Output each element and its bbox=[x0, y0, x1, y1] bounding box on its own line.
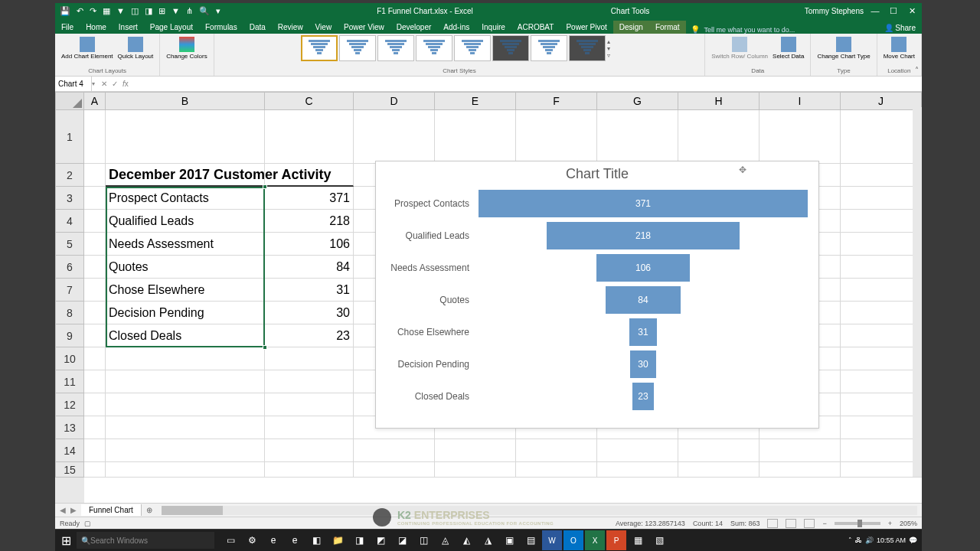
app-icon[interactable]: ◨ bbox=[349, 530, 369, 550]
column-header[interactable]: A bbox=[84, 92, 106, 110]
app-icon[interactable]: ▦ bbox=[628, 530, 648, 550]
outlook-icon[interactable]: O bbox=[564, 530, 583, 550]
qa-icon[interactable]: ◫ bbox=[131, 6, 139, 16]
app-icon[interactable]: ◮ bbox=[478, 530, 498, 550]
notifications-icon[interactable]: 💬 bbox=[909, 536, 917, 544]
start-button[interactable]: ⊞ bbox=[55, 530, 77, 551]
fx-icon[interactable]: fx bbox=[122, 80, 129, 88]
chart-styles-more-icon[interactable]: ▴▾▿ bbox=[607, 35, 618, 61]
cell[interactable] bbox=[265, 370, 354, 393]
cell[interactable] bbox=[265, 393, 354, 416]
enter-icon[interactable]: ✓ bbox=[112, 80, 118, 88]
column-header[interactable]: J bbox=[841, 92, 922, 110]
funnel-row[interactable]: Needs Assessment106 bbox=[384, 254, 811, 282]
ie-icon[interactable]: e bbox=[285, 530, 305, 550]
cell[interactable] bbox=[597, 110, 678, 164]
cell[interactable] bbox=[841, 210, 922, 233]
volume-icon[interactable]: 🔊 bbox=[865, 536, 874, 544]
chart-style-option[interactable] bbox=[531, 35, 567, 61]
row-header[interactable]: 8 bbox=[55, 302, 84, 324]
funnel-row[interactable]: Chose Elsewhere31 bbox=[384, 318, 811, 346]
name-box[interactable]: Chart 4 bbox=[55, 77, 92, 91]
undo-icon[interactable]: ↶ bbox=[77, 6, 83, 16]
cell[interactable] bbox=[841, 462, 922, 478]
tab-powerpivot[interactable]: Power Pivot bbox=[560, 21, 612, 34]
column-header[interactable]: F bbox=[516, 92, 597, 110]
app-icon[interactable]: ▣ bbox=[499, 530, 519, 550]
cell[interactable] bbox=[841, 439, 922, 462]
cell[interactable] bbox=[106, 439, 265, 462]
row-header[interactable]: 10 bbox=[55, 347, 84, 370]
select-all-corner[interactable] bbox=[55, 92, 84, 110]
chart-move-handle-icon[interactable]: ✥ bbox=[739, 165, 746, 175]
funnel-bar[interactable]: 23 bbox=[632, 383, 654, 410]
qa-dropdown-icon[interactable]: ▾ bbox=[216, 6, 220, 16]
cell[interactable] bbox=[841, 302, 922, 324]
funnel-chart-object[interactable]: ✥ Chart Title Prospect Contacts371Qualif… bbox=[375, 161, 819, 429]
cell[interactable]: 31 bbox=[265, 279, 354, 302]
cell[interactable] bbox=[84, 233, 106, 256]
row-header[interactable]: 4 bbox=[55, 210, 84, 233]
cell[interactable] bbox=[678, 110, 760, 164]
tab-data[interactable]: Data bbox=[243, 21, 272, 34]
funnel-row[interactable]: Qualified Leads218 bbox=[384, 222, 811, 249]
app-icon[interactable]: ◩ bbox=[371, 530, 390, 550]
tab-addins[interactable]: Add-ins bbox=[437, 21, 475, 34]
save-icon[interactable]: 💾 bbox=[60, 6, 70, 16]
tab-format[interactable]: Format bbox=[649, 21, 686, 34]
zoom-level[interactable]: 205% bbox=[900, 520, 917, 527]
add-sheet-icon[interactable]: ⊕ bbox=[142, 506, 157, 514]
row-header[interactable]: 7 bbox=[55, 279, 84, 302]
funnel-row[interactable]: Decision Pending30 bbox=[384, 350, 811, 378]
add-chart-element-button[interactable]: Add Chart Element bbox=[60, 35, 115, 62]
app-icon[interactable]: ◧ bbox=[306, 530, 326, 550]
app-icon[interactable]: ▧ bbox=[649, 530, 669, 550]
tab-inquire[interactable]: Inquire bbox=[475, 21, 511, 34]
collapse-ribbon-icon[interactable]: ˄ bbox=[915, 66, 919, 74]
cell[interactable] bbox=[841, 233, 922, 256]
cell[interactable] bbox=[265, 439, 354, 462]
cell[interactable] bbox=[760, 462, 841, 478]
move-chart-button[interactable]: Move Chart bbox=[882, 35, 916, 62]
tray-icon[interactable]: ˄ bbox=[848, 536, 852, 544]
cell[interactable] bbox=[106, 462, 265, 478]
funnel-bar[interactable]: 31 bbox=[629, 318, 657, 346]
cell[interactable] bbox=[841, 370, 922, 393]
column-header[interactable]: B bbox=[106, 92, 265, 110]
search-input[interactable]: 🔍 Search Windows bbox=[77, 532, 214, 549]
cell[interactable] bbox=[265, 462, 354, 478]
column-header[interactable]: E bbox=[435, 92, 516, 110]
select-data-button[interactable]: Select Data bbox=[771, 35, 805, 62]
change-colors-button[interactable]: Change Colors bbox=[165, 35, 208, 62]
row-header[interactable]: 12 bbox=[55, 393, 84, 416]
maximize-icon[interactable]: ☐ bbox=[887, 6, 900, 16]
cell[interactable] bbox=[841, 256, 922, 279]
cell[interactable] bbox=[354, 110, 435, 164]
funnel-bar[interactable]: 106 bbox=[596, 254, 691, 282]
cell[interactable] bbox=[435, 462, 516, 478]
cell[interactable] bbox=[841, 416, 922, 439]
cell[interactable]: Closed Deals bbox=[106, 324, 265, 347]
qa-icon[interactable]: ◨ bbox=[145, 6, 152, 16]
cell[interactable] bbox=[84, 302, 106, 324]
row-header[interactable]: 11 bbox=[55, 370, 84, 393]
column-header[interactable]: D bbox=[354, 92, 435, 110]
clock[interactable]: 10:55 AM bbox=[877, 536, 906, 544]
view-page-layout-icon[interactable] bbox=[786, 519, 796, 528]
qa-icon[interactable]: ▼ bbox=[116, 6, 125, 16]
tab-acrobat[interactable]: ACROBAT bbox=[511, 21, 560, 34]
row-header[interactable]: 2 bbox=[55, 164, 84, 187]
chart-style-option[interactable] bbox=[569, 35, 606, 61]
cell[interactable] bbox=[760, 439, 841, 462]
tab-home[interactable]: Home bbox=[80, 21, 113, 34]
funnel-bar[interactable]: 371 bbox=[479, 190, 808, 217]
task-view-icon[interactable]: ▭ bbox=[220, 530, 240, 550]
cell[interactable] bbox=[84, 370, 106, 393]
qa-icon[interactable]: ⋔ bbox=[186, 6, 193, 16]
cell[interactable] bbox=[106, 416, 265, 439]
cell[interactable] bbox=[84, 210, 106, 233]
row-header[interactable]: 1 bbox=[55, 110, 84, 164]
app-icon[interactable]: ◬ bbox=[435, 530, 455, 550]
row-header[interactable]: 5 bbox=[55, 233, 84, 256]
tab-review[interactable]: Review bbox=[272, 21, 309, 34]
